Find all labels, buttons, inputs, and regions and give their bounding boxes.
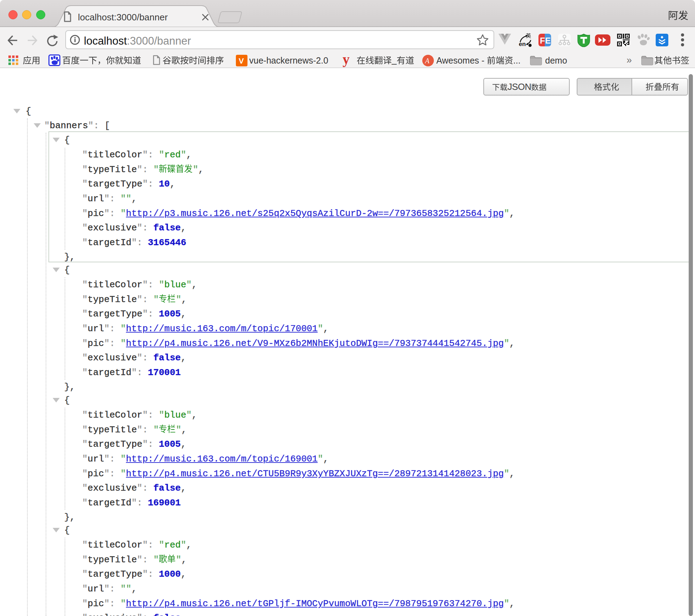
svg-text:A: A <box>424 57 430 65</box>
svg-text:E: E <box>545 36 551 45</box>
svg-text:F: F <box>540 36 545 45</box>
svg-text:y: y <box>343 53 350 67</box>
svg-text:V: V <box>239 57 244 65</box>
